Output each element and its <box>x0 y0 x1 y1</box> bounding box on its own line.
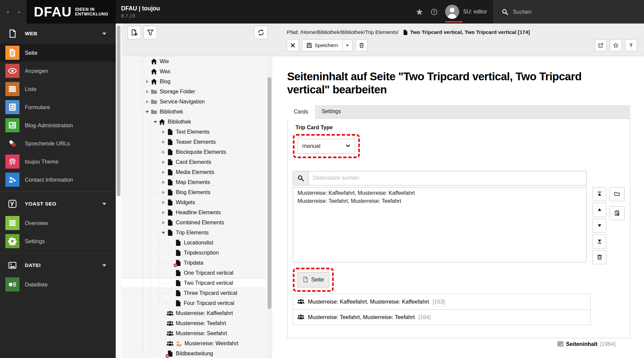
record-row[interactable]: Musterreise: Teefahrt, Musterreise: Teef… <box>293 309 591 325</box>
tree-item-combined-elements[interactable]: Combined Elements <box>122 218 272 228</box>
tree-item-media-elements[interactable]: Media Elements <box>122 167 272 177</box>
menu-toggle-button[interactable] <box>5 6 11 17</box>
tree-item-one-tripcard-vertical[interactable]: One Tripcard vertical <box>122 268 272 278</box>
scrollbar-thumb[interactable] <box>117 26 120 196</box>
module-body: Seiteninhalt auf Seite "Two Tripcard ver… <box>272 56 644 347</box>
navigation-toggle-button[interactable] <box>16 6 22 17</box>
tree-item-blog[interactable]: Blog <box>122 77 272 87</box>
record-search-input[interactable] <box>308 171 587 185</box>
tree-item-musterreise-teefahrt[interactable]: Musterreise: Teefahrt <box>122 318 272 328</box>
menu-section-yoast-seo[interactable]: YOAST SEO <box>0 194 116 214</box>
move-to-bottom-button[interactable] <box>592 234 606 249</box>
expander-collapsed[interactable] <box>161 180 166 185</box>
tree-item-bibliothek[interactable]: Bibliothek <box>122 107 272 117</box>
filter-button[interactable] <box>144 26 157 39</box>
tree-item-wie[interactable]: Wie <box>122 56 272 66</box>
sidebar-item-dateiliste[interactable]: Dateiliste <box>0 275 116 294</box>
menu-section-web[interactable]: WEB <box>0 24 116 44</box>
user-menu[interactable]: SU: editor <box>442 0 493 24</box>
delete-button[interactable] <box>356 39 368 51</box>
expander-collapsed[interactable] <box>161 190 166 195</box>
expander-expanded[interactable] <box>153 119 158 125</box>
expander-collapsed[interactable] <box>161 139 166 145</box>
expander-collapsed[interactable] <box>161 160 166 165</box>
tree-item-bibliothek[interactable]: Bibliothek <box>122 117 272 127</box>
tree-item-card-elements[interactable]: Card Elements <box>122 157 272 167</box>
tree-item-musterreise-weinfahrt[interactable]: Musterreise: Weinfahrt <box>122 339 272 349</box>
tree-item-two-tripcard-vertical[interactable]: Two Tripcard vertical <box>122 278 272 288</box>
tree-item-musterreise-kaffeefahrt[interactable]: Musterreise: Kaffeefahrt <box>122 308 272 318</box>
module-menu-scrollbar[interactable] <box>116 24 122 358</box>
expander-collapsed[interactable] <box>145 89 150 94</box>
expander-expanded[interactable] <box>161 230 166 235</box>
sidebar-item-contact-information[interactable]: Contact Information <box>0 171 116 189</box>
close-button[interactable] <box>287 39 299 51</box>
tree-item-teaser-elements[interactable]: Teaser Elements <box>122 137 272 147</box>
tree-item-headline-elements[interactable]: Headline Elements <box>122 208 272 218</box>
global-search[interactable]: Suchen <box>493 0 644 24</box>
sidebar-item-liste[interactable]: Liste <box>0 80 116 98</box>
page-tree-panel: WieWasBlogStorage FolderService-Navigati… <box>122 24 272 358</box>
page-tree-scrollbar[interactable] <box>267 56 272 358</box>
new-seite-record-button[interactable]: Seite <box>297 272 329 287</box>
open-in-new-window-button[interactable] <box>595 39 607 51</box>
paste-clipboard-button[interactable] <box>609 206 625 220</box>
tab-settings[interactable]: Settings <box>315 105 348 118</box>
add-bookmark-button[interactable] <box>610 39 622 51</box>
record-row[interactable]: Musterreise: Kaffeefahrt, Musterreise: K… <box>293 294 591 310</box>
menu-section-datei[interactable]: DATEI <box>0 255 116 275</box>
expander-collapsed[interactable] <box>161 210 166 215</box>
listbox-option[interactable]: Musterreise: Kaffeefahrt, Musterreise: K… <box>293 189 586 197</box>
tree-item-storage-folder[interactable]: Storage Folder <box>122 87 272 97</box>
new-page-button[interactable] <box>127 26 141 39</box>
tree-item-musterreise-seefahrt[interactable]: Musterreise: Seefahrt <box>122 328 272 339</box>
save-button[interactable]: Speichern <box>302 39 342 51</box>
scrollbar-thumb[interactable] <box>268 77 271 309</box>
tree-item-service-navigation[interactable]: Service-Navigation <box>122 97 272 107</box>
tree-item-map-elements[interactable]: Map Elements <box>122 177 272 187</box>
tree-item-four-tripcard-vertical[interactable]: Four Tripcard vertical <box>122 298 272 308</box>
selected-items-listbox[interactable]: Musterreise: Kaffeefahrt, Musterreise: K… <box>293 187 587 262</box>
sidebar-item-anzeigen[interactable]: Anzeigen <box>0 62 116 80</box>
save-options-button[interactable] <box>342 39 353 51</box>
expander-collapsed[interactable] <box>161 129 166 135</box>
listbox-option[interactable]: Musterreise: Teefahrt, Musterreise: Teef… <box>293 197 586 205</box>
sidebar-item-formulare[interactable]: Formulare <box>0 98 116 116</box>
svg-text:?: ? <box>433 9 436 14</box>
browse-records-button[interactable] <box>609 187 625 201</box>
tree-item-three-tripcard-vertical[interactable]: Three Tripcard vertical <box>122 288 272 298</box>
tree-item-text-elements[interactable]: Text Elements <box>122 127 272 137</box>
bookmark-button[interactable] <box>412 0 427 24</box>
tree-item-tripdescription[interactable]: Tripdescription <box>122 248 272 258</box>
tab-cards[interactable]: Cards <box>287 105 315 119</box>
tree-item-blockquote-elements[interactable]: Blockquote Elements <box>122 147 272 157</box>
context-help-button[interactable]: ? <box>625 39 637 51</box>
expander-collapsed[interactable] <box>161 220 166 225</box>
expander-collapsed[interactable] <box>161 170 166 175</box>
trip-card-type-select[interactable]: manual <box>298 139 355 153</box>
move-up-button[interactable] <box>592 203 606 217</box>
sidebar-item-sprechende-urls[interactable]: Sprechende URLs <box>0 134 116 152</box>
tree-item-blog-elements[interactable]: Blog Elements <box>122 187 272 197</box>
tree-item-bildbearbeitung[interactable]: Bildbearbeitung <box>122 349 272 358</box>
expander-collapsed[interactable] <box>161 149 166 155</box>
expander-collapsed[interactable] <box>145 79 150 84</box>
sidebar-item-blog-administration[interactable]: Blog-Administration <box>0 116 116 134</box>
tree-item-tripdata[interactable]: Tripdata <box>122 258 272 268</box>
sidebar-item-settings[interactable]: Settings <box>0 232 116 250</box>
refresh-tree-button[interactable] <box>254 26 268 39</box>
tree-item-locationslist[interactable]: Locationslist <box>122 238 272 248</box>
expander-collapsed[interactable] <box>161 200 166 205</box>
expander-expanded[interactable] <box>145 109 150 115</box>
move-to-top-button[interactable] <box>592 187 606 201</box>
tree-item-trip-elements[interactable]: Trip Elements <box>122 228 272 238</box>
tree-item-widgets[interactable]: Widgets <box>122 197 272 208</box>
remove-item-button[interactable] <box>592 250 606 264</box>
sidebar-item-toujou-theme[interactable]: toujou Theme <box>0 152 116 171</box>
move-down-button[interactable] <box>592 219 606 233</box>
sidebar-item-seite[interactable]: Seite <box>0 44 116 62</box>
help-button[interactable]: ? <box>427 0 442 24</box>
expander-collapsed[interactable] <box>145 99 150 104</box>
sidebar-item-overview[interactable]: Overview <box>0 214 116 232</box>
tree-item-was[interactable]: Was <box>122 66 272 77</box>
